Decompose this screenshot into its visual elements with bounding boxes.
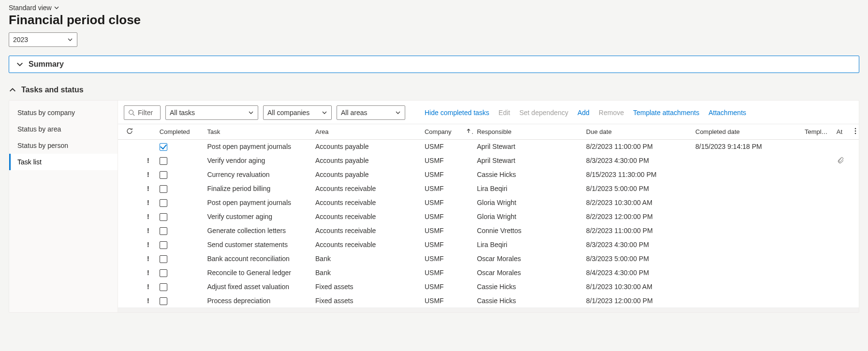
cell-task: Bank account reconciliation (203, 252, 311, 266)
alert-icon: ! (147, 241, 149, 249)
cell-area: Fixed assets (311, 294, 421, 308)
col-due-date[interactable]: Due date (582, 124, 691, 140)
refresh-icon[interactable] (126, 127, 133, 135)
table-row[interactable]: !Send customer statementsAccounts receiv… (118, 238, 859, 252)
view-selector[interactable]: Standard view (9, 4, 859, 12)
cell-area: Bank (311, 252, 421, 266)
tasks-container: Status by company Status by area Status … (9, 100, 859, 313)
col-task[interactable]: Task (203, 124, 311, 140)
col-completed[interactable]: Completed (156, 124, 204, 140)
view-label: Standard view (9, 4, 52, 12)
completed-checkbox[interactable] (160, 297, 167, 305)
svg-point-0 (129, 110, 133, 115)
filter-placeholder: Filter (138, 109, 153, 117)
col-area[interactable]: Area (311, 124, 421, 140)
table-row[interactable]: !Post open payment journalsAccounts rece… (118, 196, 859, 210)
cell-responsible: Oscar Morales (473, 252, 582, 266)
cell-due-date: 8/1/2023 12:00:00 PM (582, 294, 691, 308)
completed-checkbox[interactable] (160, 213, 167, 221)
search-icon (128, 109, 135, 116)
hide-completed-action[interactable]: Hide completed tasks (424, 107, 490, 118)
cell-completed-date (691, 294, 801, 308)
summary-fasttab[interactable]: Summary (9, 56, 859, 73)
col-template[interactable]: Templat… (801, 124, 833, 140)
cell-completed-date (691, 252, 801, 266)
cell-company: USMF (421, 210, 462, 224)
cell-completed-date (691, 238, 801, 252)
alert-icon: ! (147, 199, 149, 206)
alert-icon: ! (147, 157, 149, 164)
sidebar-item-status-person[interactable]: Status by person (9, 137, 118, 154)
svg-line-1 (133, 114, 135, 116)
cell-responsible: Gloria Wright (473, 196, 582, 210)
cell-area: Accounts payable (311, 154, 421, 168)
alert-icon: ! (147, 227, 149, 234)
alert-icon: ! (147, 283, 149, 291)
add-action[interactable]: Add (576, 107, 590, 118)
dd-tasks-value: All tasks (170, 109, 195, 117)
cell-due-date: 8/1/2023 5:00:00 PM (582, 182, 691, 196)
period-select[interactable]: 2023 (9, 32, 77, 47)
completed-checkbox[interactable] (160, 199, 167, 207)
completed-checkbox[interactable] (160, 143, 167, 151)
svg-point-3 (854, 131, 856, 132)
completed-checkbox[interactable] (160, 171, 167, 179)
template-attachments-action[interactable]: Template attachments (632, 107, 700, 118)
table-row[interactable]: !Bank account reconciliationBankUSMFOsca… (118, 252, 859, 266)
cell-completed-date (691, 196, 801, 210)
table-row[interactable]: !Verify customer agingAccounts receivabl… (118, 210, 859, 224)
table-row[interactable]: !Process depreciationFixed assetsUSMFCas… (118, 294, 859, 308)
cell-due-date: 8/3/2023 4:30:00 PM (582, 154, 691, 168)
sidebar-item-task-list[interactable]: Task list (9, 154, 118, 170)
horizontal-scrollbar[interactable] (118, 307, 859, 312)
table-row[interactable]: !Currency revaluationAccounts payableUSM… (118, 168, 859, 182)
cell-area: Accounts receivable (311, 238, 421, 252)
table-row[interactable]: !Reconcile to General ledgerBankUSMFOsca… (118, 266, 859, 280)
tasks-fasttab[interactable]: Tasks and status (9, 82, 859, 98)
completed-checkbox[interactable] (160, 241, 167, 249)
cell-area: Accounts receivable (311, 224, 421, 238)
dd-companies-filter[interactable]: All companies (263, 105, 332, 120)
cell-company: USMF (421, 154, 462, 168)
cell-due-date: 8/3/2023 5:00:00 PM (582, 252, 691, 266)
col-company[interactable]: Company (421, 124, 462, 140)
col-responsible[interactable]: Responsible (473, 124, 582, 140)
completed-checkbox[interactable] (160, 227, 167, 235)
sidebar-item-label: Status by area (17, 125, 61, 133)
cell-completed-date (691, 266, 801, 280)
completed-checkbox[interactable] (160, 283, 167, 291)
table-row[interactable]: Post open payment journalsAccounts payab… (118, 140, 859, 154)
completed-checkbox[interactable] (160, 185, 167, 193)
toolbar-actions: Hide completed tasks Edit Set dependency… (424, 107, 747, 118)
sidebar-item-status-area[interactable]: Status by area (9, 121, 118, 137)
cell-task: Generate collection letters (203, 224, 311, 238)
table-row[interactable]: !Generate collection lettersAccounts rec… (118, 224, 859, 238)
chevron-down-icon (67, 37, 73, 43)
cell-task: Post open payment journals (203, 196, 311, 210)
grid-scroll[interactable]: Completed Task Area Company Responsible … (118, 124, 859, 307)
sidebar-item-status-company[interactable]: Status by company (9, 104, 118, 121)
sort-arrow-up-icon[interactable] (466, 128, 471, 134)
completed-checkbox[interactable] (160, 157, 167, 165)
table-row[interactable]: !Verify vendor agingAccounts payableUSMF… (118, 154, 859, 168)
filter-input[interactable]: Filter (124, 105, 161, 120)
col-at[interactable]: At (833, 124, 849, 140)
alert-icon: ! (147, 185, 149, 192)
cell-task: Reconcile to General ledger (203, 266, 311, 280)
table-row[interactable]: !Finalize period billingAccounts receiva… (118, 182, 859, 196)
more-icon[interactable] (853, 127, 858, 135)
completed-checkbox[interactable] (160, 255, 167, 263)
attachment-icon (837, 157, 844, 163)
alert-icon: ! (147, 269, 149, 277)
tasks-sidebar: Status by company Status by area Status … (9, 101, 118, 312)
attachments-action[interactable]: Attachments (707, 107, 747, 118)
cell-company: USMF (421, 266, 462, 280)
dd-tasks-filter[interactable]: All tasks (165, 105, 258, 120)
cell-area: Accounts receivable (311, 210, 421, 224)
dd-areas-filter[interactable]: All areas (337, 105, 405, 120)
cell-responsible: Lira Beqiri (473, 238, 582, 252)
cell-responsible: Connie Vrettos (473, 224, 582, 238)
col-completed-date[interactable]: Completed date (691, 124, 801, 140)
table-row[interactable]: !Adjust fixed asset valuationFixed asset… (118, 280, 859, 294)
completed-checkbox[interactable] (160, 269, 167, 277)
